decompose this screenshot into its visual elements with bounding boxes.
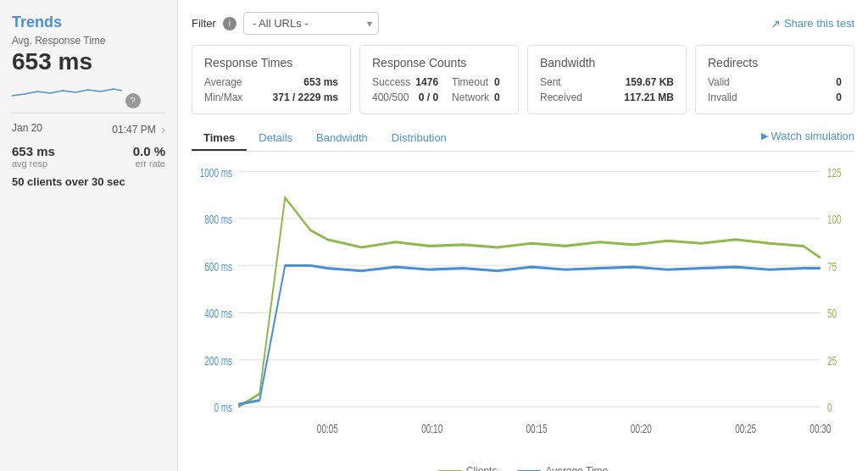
success-value: 1476 [415, 76, 438, 88]
chart-container: 1000 ms 800 ms 600 ms 400 ms 200 ms 0 ms… [192, 158, 854, 459]
tab-bandwidth[interactable]: Bandwidth [304, 126, 380, 151]
response-counts-title: Response Counts [372, 56, 506, 69]
svg-text:400 ms: 400 ms [204, 306, 232, 321]
svg-text:75: 75 [827, 259, 837, 274]
tab-details[interactable]: Details [247, 126, 304, 151]
svg-text:200 ms: 200 ms [204, 353, 232, 368]
average-label: Average [204, 76, 242, 88]
svg-text:00:10: 00:10 [421, 421, 442, 436]
sidebar-subtitle: Avg. Response Time [12, 35, 165, 47]
avg-resp-label: avg resp [12, 158, 55, 169]
received-value: 117.21 MB [624, 91, 674, 103]
err-rate-label: err rate [133, 158, 165, 169]
response-times-card: Response Times Average 653 ms Min/Max 37… [192, 45, 351, 114]
redirects-title: Redirects [708, 56, 842, 69]
network-label: Network [452, 91, 489, 103]
filter-info-icon[interactable]: i [223, 17, 236, 30]
avg-time-legend-label: Average Time [545, 465, 608, 471]
svg-text:25: 25 [827, 353, 837, 368]
response-times-title: Response Times [204, 56, 338, 69]
sent-label: Sent [540, 76, 561, 88]
svg-text:0 ms: 0 ms [214, 400, 232, 415]
time-label: 01:47 PM [112, 124, 155, 136]
date-label: Jan 20 [12, 122, 42, 134]
timeout-label: Timeout [452, 76, 488, 88]
clients-info: 50 clients over 30 sec [12, 175, 165, 188]
trend-wave: ? [12, 79, 165, 104]
avg-response-value: 653 ms [12, 48, 165, 75]
chart-legend: Clients Average Time [192, 465, 854, 471]
chart-svg: 1000 ms 800 ms 600 ms 400 ms 200 ms 0 ms… [192, 158, 854, 459]
bandwidth-title: Bandwidth [540, 56, 674, 69]
valid-value: 0 [836, 76, 842, 88]
clients-legend-label: Clients [466, 465, 498, 471]
svg-text:800 ms: 800 ms [204, 212, 232, 227]
svg-text:00:05: 00:05 [317, 421, 338, 436]
top-bar: Filter i - All URLs - ↗ Share this test [192, 12, 854, 35]
tab-times[interactable]: Times [192, 126, 247, 151]
svg-text:125: 125 [827, 164, 842, 180]
svg-text:600 ms: 600 ms [204, 259, 232, 274]
tabs-bar: Times Details Bandwidth Distribution ▶ W… [192, 126, 854, 152]
err-rate-value: 0.0 % [133, 144, 165, 158]
invalid-value: 0 [836, 91, 842, 103]
share-icon: ↗ [771, 17, 781, 30]
svg-text:00:15: 00:15 [526, 421, 548, 436]
watch-simulation-button[interactable]: ▶ Watch simulation [761, 130, 855, 147]
help-icon[interactable]: ? [125, 93, 141, 108]
svg-text:100: 100 [827, 212, 842, 227]
nav-next-icon[interactable]: › [161, 122, 165, 137]
play-icon: ▶ [761, 130, 768, 141]
received-label: Received [540, 91, 582, 103]
invalid-label: Invalid [708, 91, 737, 103]
share-link[interactable]: ↗ Share this test [771, 17, 854, 30]
bandwidth-card: Bandwidth Sent 159.67 KB Received 117.21… [527, 45, 687, 114]
svg-text:00:25: 00:25 [735, 421, 756, 436]
avg-time-legend-item: Average Time [517, 465, 608, 471]
average-value: 653 ms [303, 76, 338, 88]
tab-distribution[interactable]: Distribution [380, 126, 459, 151]
valid-label: Valid [708, 76, 730, 88]
minmax-label: Min/Max [204, 91, 242, 103]
sent-value: 159.67 KB [626, 76, 674, 88]
code-value: 0 / 0 [419, 91, 438, 103]
minmax-value: 371 / 2229 ms [273, 91, 338, 103]
tabs-left: Times Details Bandwidth Distribution [192, 126, 459, 151]
svg-text:50: 50 [827, 306, 837, 321]
url-filter-select[interactable]: - All URLs - [243, 12, 379, 35]
redirects-card: Redirects Valid 0 Invalid 0 [695, 45, 854, 114]
avg-resp-value: 653 ms [12, 144, 55, 158]
filter-label: Filter [192, 17, 216, 30]
clients-legend-item: Clients [438, 465, 498, 471]
svg-text:1000 ms: 1000 ms [200, 164, 233, 180]
code-label: 400/500 [372, 91, 409, 103]
response-counts-card: Response Counts Success 1476 400/500 0 /… [359, 45, 519, 114]
svg-text:00:20: 00:20 [631, 421, 652, 436]
svg-text:00:30: 00:30 [810, 421, 831, 436]
network-value: 0 [494, 91, 500, 103]
metrics-row: Response Times Average 653 ms Min/Max 37… [192, 45, 854, 114]
timeout-value: 0 [494, 76, 500, 88]
success-label: Success [372, 76, 410, 88]
svg-text:0: 0 [827, 400, 832, 415]
trends-title: Trends [12, 14, 165, 31]
